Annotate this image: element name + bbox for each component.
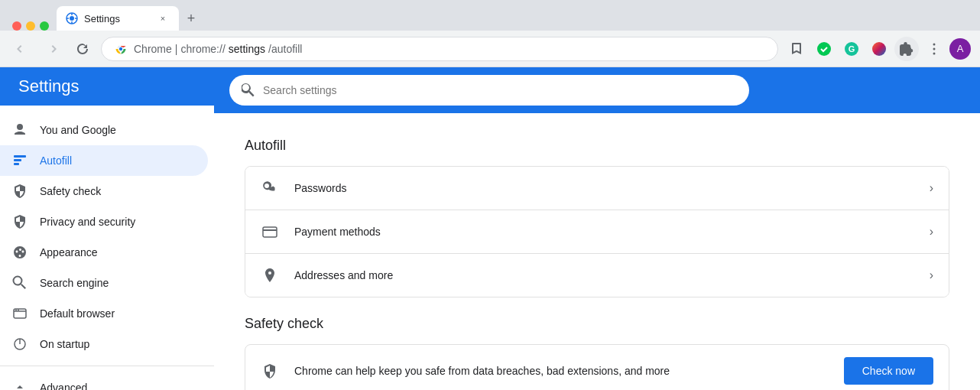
- close-button[interactable]: [12, 21, 21, 31]
- sidebar-divider: [0, 366, 214, 366]
- malwarebytes-icon[interactable]: [812, 37, 836, 61]
- svg-point-16: [933, 52, 936, 54]
- safety-check-section-title: Safety check: [245, 316, 949, 332]
- addresses-label: Addresses and more: [294, 269, 914, 281]
- sidebar-label-on-startup: On startup: [40, 338, 89, 350]
- search-input[interactable]: [263, 84, 737, 96]
- safety-check-card: Chrome can help keep you safe from data …: [245, 344, 949, 390]
- sidebar-item-autofill[interactable]: Autofill: [0, 145, 208, 176]
- tab-close-button[interactable]: ×: [156, 11, 170, 25]
- grammarly-icon[interactable]: G: [839, 37, 864, 61]
- autofill-section-title: Autofill: [245, 138, 949, 154]
- safety-check-description: Chrome can help keep you safe from data …: [294, 365, 829, 377]
- sidebar-label-autofill: Autofill: [40, 154, 72, 167]
- sidebar-item-on-startup[interactable]: On startup: [0, 329, 208, 359]
- browser-frame: Settings × +: [0, 0, 980, 390]
- search-icon: [242, 83, 255, 97]
- sidebar-item-privacy[interactable]: Privacy and security: [0, 206, 208, 237]
- location-icon: [261, 266, 279, 284]
- sidebar-label-you-and-google: You and Google: [40, 124, 116, 136]
- sidebar-label-default-browser: Default browser: [40, 307, 115, 320]
- passwords-label: Passwords: [294, 182, 914, 194]
- svg-point-22: [15, 310, 17, 311]
- sidebar-advanced[interactable]: Advanced: [0, 372, 214, 390]
- menu-button[interactable]: [922, 37, 946, 61]
- payment-methods-label: Payment methods: [294, 226, 914, 238]
- sidebar-label-appearance: Appearance: [40, 246, 98, 258]
- main-content: Settings You and Google Autofill: [0, 67, 980, 390]
- svg-point-14: [933, 43, 936, 45]
- safety-shield-icon: [12, 184, 28, 199]
- url-scheme: chrome://: [180, 43, 225, 55]
- svg-point-15: [933, 47, 936, 50]
- advanced-chevron-icon: [12, 380, 28, 390]
- credit-card-icon: [261, 223, 279, 241]
- settings-tab[interactable]: Settings ×: [57, 6, 179, 31]
- svg-point-1: [70, 16, 74, 21]
- sidebar-item-search-engine[interactable]: Search engine: [0, 268, 208, 298]
- maximize-button[interactable]: [40, 21, 49, 31]
- tab-bar: Settings × +: [0, 0, 980, 31]
- settings-title: Settings: [18, 76, 80, 96]
- check-now-button[interactable]: Check now: [844, 357, 933, 385]
- browser-icon: [12, 306, 28, 321]
- svg-rect-26: [263, 227, 277, 237]
- sidebar-advanced-label: Advanced: [40, 382, 87, 390]
- omnibox[interactable]: Chrome | chrome://settings/autofill: [101, 37, 778, 61]
- payment-methods-item[interactable]: Payment methods ›: [245, 210, 949, 254]
- settings-header: Settings: [0, 67, 214, 106]
- bookmark-button[interactable]: [784, 37, 809, 61]
- chrome-logo-icon: [114, 42, 128, 56]
- url-chrome-label: Chrome: [134, 43, 172, 55]
- forward-button[interactable]: [40, 37, 64, 61]
- palette-icon: [12, 245, 28, 260]
- passwords-item[interactable]: Passwords ›: [245, 167, 949, 210]
- search-header: [214, 67, 980, 113]
- traffic-lights: [6, 21, 55, 31]
- safety-check-shield-icon: [261, 362, 279, 380]
- svg-point-10: [817, 42, 831, 56]
- omnibox-url[interactable]: Chrome | chrome://settings/autofill: [134, 43, 302, 55]
- toolbar-icons: G A: [784, 37, 971, 61]
- url-highlight: settings: [229, 43, 265, 55]
- new-tab-button[interactable]: +: [180, 8, 202, 29]
- svg-point-9: [119, 47, 122, 50]
- addresses-item[interactable]: Addresses and more ›: [245, 254, 949, 297]
- payment-chevron-icon: ›: [930, 225, 933, 239]
- content-area: Autofill Passwords › Payment methods: [214, 113, 980, 390]
- key-icon: [261, 179, 279, 197]
- startup-icon: [12, 336, 28, 352]
- autofill-card: Passwords › Payment methods ›: [245, 166, 949, 297]
- minimize-button[interactable]: [26, 21, 35, 31]
- sidebar-item-default-browser[interactable]: Default browser: [0, 298, 208, 329]
- address-bar: Chrome | chrome://settings/autofill G: [0, 31, 980, 67]
- extensions-button[interactable]: [894, 37, 919, 61]
- sidebar-label-privacy: Privacy and security: [40, 216, 135, 228]
- svg-point-13: [872, 42, 886, 56]
- search-engine-icon: [12, 275, 28, 291]
- autofill-icon: [12, 153, 28, 168]
- colorful-icon[interactable]: [867, 37, 891, 61]
- sidebar-item-you-and-google[interactable]: You and Google: [0, 115, 208, 145]
- svg-rect-19: [14, 163, 19, 165]
- addresses-chevron-icon: ›: [930, 268, 933, 282]
- svg-rect-17: [14, 155, 26, 158]
- back-button[interactable]: [9, 37, 34, 61]
- svg-rect-18: [14, 159, 21, 161]
- sidebar-label-search-engine: Search engine: [40, 277, 109, 289]
- sidebar: You and Google Autofill Safety check: [0, 106, 214, 390]
- passwords-chevron-icon: ›: [930, 181, 933, 195]
- url-separator: |: [175, 43, 178, 55]
- url-path: /autofill: [268, 43, 302, 55]
- tab-title: Settings: [84, 13, 150, 24]
- sidebar-item-appearance[interactable]: Appearance: [0, 237, 208, 268]
- svg-text:G: G: [849, 44, 855, 54]
- svg-point-23: [18, 310, 19, 311]
- sidebar-item-safety-check[interactable]: Safety check: [0, 176, 208, 206]
- profile-avatar[interactable]: A: [949, 38, 971, 60]
- privacy-icon: [12, 214, 28, 229]
- search-box[interactable]: [229, 75, 749, 106]
- refresh-button[interactable]: [70, 37, 95, 61]
- avatar-letter: A: [957, 43, 964, 54]
- tab-favicon: [66, 12, 78, 24]
